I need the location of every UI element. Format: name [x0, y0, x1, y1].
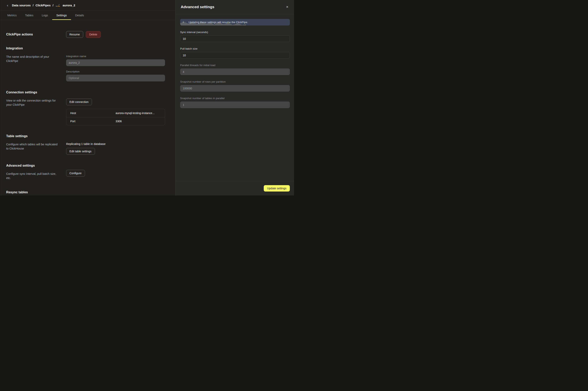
info-icon: i — [183, 21, 186, 24]
table-settings-controls: Replicating 1 table in database Edit tab… — [66, 142, 165, 155]
description-label: Description — [66, 70, 165, 73]
clickpipe-settings-page: ‹ Data sources / ClickPipes / My SQL aur… — [0, 0, 294, 196]
configure-button[interactable]: Configure — [66, 170, 85, 177]
tab-details[interactable]: Details — [71, 11, 88, 20]
section-advanced-settings: Configure sync interval, pull batch size… — [6, 172, 165, 180]
section-table-settings: Configure which tables will be replicate… — [6, 142, 165, 155]
breadcrumb-item-data-sources[interactable]: Data sources — [12, 3, 31, 7]
snapshot-rows-input — [180, 85, 290, 92]
advanced-settings-description-text: Configure sync interval, pull batch size… — [6, 172, 66, 180]
section-title-advanced-settings: Advanced settings — [6, 164, 165, 167]
parallel-threads-label: Parallel threads for initial load — [180, 64, 290, 67]
snapshot-tables-field-group: Snapshot number of tables in parallel — [180, 97, 290, 108]
parallel-threads-input — [180, 69, 290, 75]
panel-footer: Update settings — [175, 181, 294, 196]
info-banner: i Updating these settings will resume th… — [180, 19, 290, 25]
section-connection-settings: View or edit the connection settings for… — [6, 98, 165, 125]
description-field-group: Description — [66, 70, 165, 82]
snapshot-rows-label: Snapshot number of rows per partition — [180, 80, 290, 83]
section-title-table-settings: Table settings — [6, 134, 165, 138]
breadcrumb: Data sources / ClickPipes / My SQL auror… — [12, 3, 75, 7]
integration-name-field-group: Integration name — [66, 55, 165, 66]
section-clickpipe-actions: ClickPipe actions Resume Delete — [6, 31, 165, 38]
svg-text:SQL: SQL — [58, 5, 60, 7]
collapsed-sidebar-edge — [0, 0, 1, 196]
tab-logs[interactable]: Logs — [38, 11, 52, 20]
integration-fields: Integration name Description — [66, 55, 165, 82]
tab-bar: Metrics Tables Logs Settings Details — [1, 11, 175, 20]
tab-metrics[interactable]: Metrics — [3, 11, 21, 20]
pull-batch-size-label: Pull batch size — [180, 47, 290, 50]
integration-name-label: Integration name — [66, 55, 165, 58]
breadcrumb-separator: / — [53, 3, 53, 7]
section-title-connection-settings: Connection settings — [6, 91, 165, 94]
resume-button[interactable]: Resume — [66, 31, 83, 38]
panel-header: Advanced settings ✕ — [175, 0, 294, 14]
pull-batch-size-field-group: Pull batch size — [180, 47, 290, 59]
sync-interval-input[interactable] — [180, 35, 290, 42]
mysql-icon: My SQL — [56, 4, 60, 7]
connection-controls: Edit connection Host aurora-mysql-testin… — [66, 98, 165, 125]
description-input — [66, 75, 165, 82]
connection-description-text: View or edit the connection settings for… — [6, 98, 66, 107]
port-value: 3306 — [116, 120, 161, 123]
section-title-resync-tables: Resync tables — [6, 191, 165, 194]
breadcrumb-bar: ‹ Data sources / ClickPipes / My SQL aur… — [1, 0, 175, 11]
advanced-settings-panel: Advanced settings ✕ i Updating these set… — [175, 0, 294, 196]
tab-settings[interactable]: Settings — [52, 11, 71, 20]
integration-name-input — [66, 59, 165, 66]
integration-description-text: The name and description of your ClickPi… — [6, 55, 66, 63]
update-settings-button[interactable]: Update settings — [264, 185, 290, 192]
breadcrumb-separator: / — [33, 3, 33, 7]
replication-status-text: Replicating 1 table in database — [66, 142, 165, 146]
clickpipe-action-buttons: Resume Delete — [66, 31, 165, 38]
delete-button[interactable]: Delete — [86, 31, 100, 38]
table-settings-description-text: Configure which tables will be replicate… — [6, 142, 66, 151]
snapshot-tables-input — [180, 101, 290, 108]
edit-table-settings-button[interactable]: Edit table settings — [66, 148, 95, 155]
section-integration: The name and description of your ClickPi… — [6, 55, 165, 82]
sync-interval-label: Sync interval (seconds) — [180, 31, 290, 34]
snapshot-tables-label: Snapshot number of tables in parallel — [180, 97, 290, 100]
table-row-host: Host aurora-mysql-testing-instance... — [66, 109, 165, 117]
host-value: aurora-mysql-testing-instance... — [116, 111, 161, 115]
close-panel-button[interactable]: ✕ — [284, 4, 290, 10]
panel-title: Advanced settings — [181, 5, 214, 9]
back-button[interactable]: ‹ — [5, 2, 10, 8]
snapshot-rows-field-group: Snapshot number of rows per partition — [180, 80, 290, 92]
close-icon: ✕ — [286, 5, 289, 9]
table-row-port: Port 3306 — [66, 117, 165, 125]
section-title-clickpipe-actions: ClickPipe actions — [6, 31, 66, 38]
parallel-threads-field-group: Parallel threads for initial load — [180, 64, 290, 75]
panel-body: i Updating these settings will resume th… — [175, 14, 294, 108]
host-label: Host — [70, 111, 116, 115]
info-banner-text: Updating these settings will resume the … — [188, 21, 248, 24]
breadcrumb-item-clickpipes[interactable]: ClickPipes — [35, 3, 51, 7]
connection-details-table: Host aurora-mysql-testing-instance... Po… — [66, 109, 165, 125]
tab-tables[interactable]: Tables — [21, 11, 38, 20]
section-title-integration: Integration — [6, 47, 165, 50]
settings-content: ClickPipe actions Resume Delete Integrat… — [1, 31, 175, 196]
sync-interval-field-group: Sync interval (seconds) — [180, 31, 290, 42]
main-column: ‹ Data sources / ClickPipes / My SQL aur… — [1, 0, 175, 196]
chevron-left-icon: ‹ — [7, 3, 8, 7]
port-label: Port — [70, 120, 116, 123]
breadcrumb-item-current-pipe: aurora_2 — [63, 3, 75, 7]
pull-batch-size-input[interactable] — [180, 52, 290, 59]
svg-text:My: My — [56, 5, 58, 7]
edit-connection-button[interactable]: Edit connection — [66, 98, 92, 105]
